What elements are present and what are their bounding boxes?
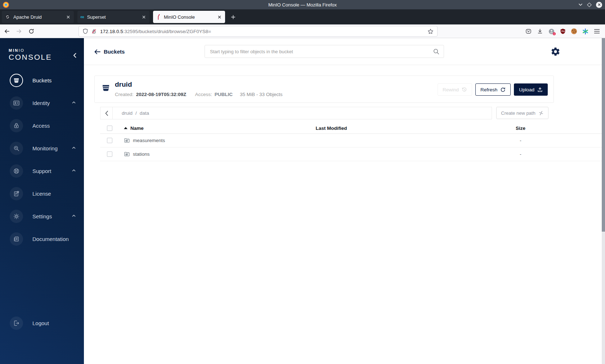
chevron-up-icon[interactable] — [72, 169, 76, 172]
forward-button[interactable] — [14, 26, 24, 36]
window-close-icon[interactable] — [596, 2, 602, 8]
search-icon — [433, 49, 439, 55]
license-document-icon — [10, 187, 23, 200]
sidebar-item-monitoring[interactable]: Monitoring — [0, 137, 84, 160]
back-to-buckets[interactable]: Buckets — [94, 38, 125, 65]
path-back-button[interactable] — [100, 107, 113, 119]
tab-apache-druid[interactable]: Apache Druid — [2, 11, 74, 23]
page-title: Buckets — [104, 49, 125, 55]
modified-column-header[interactable]: Last Modified — [223, 126, 439, 131]
refresh-button[interactable]: Refresh — [475, 83, 511, 96]
multi-account-icon[interactable] — [582, 28, 588, 35]
sidebar-item-label: Support — [32, 168, 51, 174]
error-badge: x — [553, 32, 556, 35]
refresh-icon — [500, 87, 506, 92]
size-column-header[interactable]: Size — [439, 126, 602, 131]
breadcrumb-current[interactable]: data — [140, 110, 149, 116]
back-button[interactable] — [1, 26, 12, 36]
object-size: - — [439, 151, 602, 157]
filter-search-box — [205, 45, 444, 58]
new-tab-button[interactable] — [229, 13, 237, 21]
table-row-stations[interactable]: stations - — [100, 147, 602, 161]
sidebar-item-label: Settings — [32, 213, 52, 219]
sidebar-item-label: License — [32, 191, 51, 197]
object-name: measurements — [133, 138, 165, 143]
reload-button[interactable] — [26, 26, 37, 36]
select-all-checkbox[interactable] — [107, 126, 112, 131]
breadcrumb-bucket[interactable]: druid — [122, 110, 133, 116]
sidebar-item-support[interactable]: Support — [0, 160, 84, 182]
ublock-icon[interactable] — [560, 28, 566, 34]
rewind-icon — [462, 87, 467, 92]
sidebar-item-identity[interactable]: Identity — [0, 92, 84, 114]
row-checkbox[interactable] — [107, 151, 112, 157]
menu-hamburger-icon[interactable] — [594, 29, 600, 34]
chevron-up-icon[interactable] — [72, 214, 76, 217]
rewind-button[interactable]: Rewind — [438, 83, 472, 96]
tracking-shield-icon[interactable] — [82, 28, 88, 34]
sidebar-item-documentation[interactable]: Documentation — [0, 228, 84, 250]
chevron-up-icon[interactable] — [72, 101, 76, 104]
sidebar-item-settings[interactable]: Settings — [0, 205, 84, 228]
sidebar-collapse-icon[interactable] — [71, 51, 78, 60]
extension-disabled-icon[interactable]: x — [548, 28, 555, 35]
create-path-icon — [538, 110, 544, 116]
folder-icon — [124, 151, 130, 157]
bucket-stats: 35 MiB - 33 Objects — [240, 92, 283, 97]
search-input[interactable] — [205, 45, 444, 58]
object-name: stations — [133, 151, 150, 157]
back-arrow-icon — [94, 49, 100, 54]
tab-close-icon[interactable] — [217, 14, 222, 20]
create-new-path-button[interactable]: Create new path — [496, 107, 548, 119]
page-scrollbar — [602, 38, 605, 364]
tab-close-icon[interactable] — [66, 14, 71, 20]
sidebar-item-label: Identity — [32, 100, 50, 106]
window-menu-chevron-icon[interactable] — [578, 3, 583, 6]
sort-ascending-icon[interactable] — [124, 127, 127, 129]
url-host: 172.18.0.5 — [100, 29, 123, 34]
url-text: 172.18.0.5:32595/buckets/druid/browse/ZG… — [100, 29, 427, 34]
upload-icon — [537, 87, 543, 92]
object-size: - — [439, 138, 602, 143]
tab-close-icon[interactable] — [141, 14, 147, 20]
browser-navbar: 172.18.0.5:32595/buckets/druid/browse/ZG… — [0, 24, 605, 38]
sidebar-item-logout[interactable]: Logout — [0, 312, 84, 335]
tab-strip: Apache Druid ∞ Superset MinIO Console — [0, 9, 605, 24]
brand-min: MIN — [9, 48, 19, 53]
breadcrumb: druid / data — [122, 110, 149, 116]
brand-console: CONSOLE — [9, 53, 52, 62]
tab-superset[interactable]: ∞ Superset — [77, 11, 149, 23]
breadcrumb-separator: / — [135, 110, 137, 116]
name-column-header[interactable]: Name — [130, 126, 144, 131]
table-row-measurements[interactable]: measurements - — [100, 134, 602, 147]
row-checkbox[interactable] — [107, 138, 112, 143]
sidebar-item-buckets[interactable]: Buckets — [0, 69, 84, 92]
sidebar-menu: Buckets Identity Access Monitoring Suppo… — [0, 69, 84, 250]
cookie-extension-icon[interactable] — [571, 28, 577, 34]
identity-card-icon — [10, 96, 23, 110]
tab-minio-console[interactable]: MinIO Console — [153, 11, 225, 23]
refresh-label: Refresh — [480, 87, 497, 92]
scrollbar-thumb[interactable] — [602, 38, 605, 232]
monitoring-search-icon — [10, 142, 23, 155]
console-settings-gear-icon[interactable] — [551, 47, 560, 56]
superset-icon: ∞ — [80, 14, 84, 19]
access-label: Access: — [195, 92, 212, 97]
sidebar-item-license[interactable]: License — [0, 182, 84, 205]
window-maximize-icon[interactable] — [587, 3, 592, 7]
created-label: Created: — [115, 92, 134, 97]
bucket-meta: Created: 2022-08-19T05:32:09Z Access: PU… — [115, 92, 282, 97]
sidebar-item-access[interactable]: Access — [0, 114, 84, 137]
upload-button[interactable]: Upload — [514, 83, 548, 96]
chevron-up-icon[interactable] — [72, 146, 76, 149]
downloads-icon[interactable] — [537, 28, 543, 34]
minio-sidebar: MINIO CONSOLE Buckets Identity Access Mo… — [0, 38, 84, 364]
insecure-lock-icon[interactable] — [91, 28, 97, 34]
url-bar[interactable]: 172.18.0.5:32595/buckets/druid/browse/ZG… — [79, 26, 438, 37]
bookmark-star-icon[interactable] — [427, 28, 434, 35]
pocket-icon[interactable] — [525, 28, 532, 34]
tab-label: MinIO Console — [164, 14, 217, 20]
documentation-book-icon — [10, 232, 23, 246]
rewind-label: Rewind — [443, 87, 459, 92]
tab-label: Superset — [87, 14, 141, 20]
